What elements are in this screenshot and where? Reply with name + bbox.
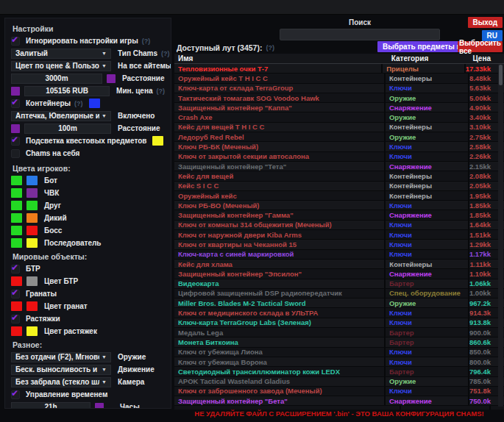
table-row[interactable]: Ледоруб Red RebelОружие2.75kk xyxy=(174,132,504,142)
grenade-color-swatch-2[interactable] xyxy=(26,301,38,311)
table-row[interactable]: Защищенный контейнер "Бета"Снаряжение750… xyxy=(174,396,504,406)
table-row[interactable]: Ключ-карта TerraGroup Labs (Зеленая)Ключ… xyxy=(174,318,504,328)
scrollbar-thumb[interactable] xyxy=(499,65,503,85)
containers-color-swatch[interactable] xyxy=(89,99,100,108)
table-row[interactable]: Защищенный контейнер "Каппа"Снаряжение4.… xyxy=(174,103,504,112)
quest-highlight-row[interactable]: ✔ Подсветка квестовых предметов xyxy=(11,135,165,147)
hours-input[interactable]: 21h xyxy=(11,402,90,410)
checkbox-checked-icon[interactable]: ✔ xyxy=(11,137,20,146)
distance-input[interactable]: 3000m xyxy=(11,74,102,84)
table-row[interactable]: Тактический томагавк SOG Voodoo HawkОруж… xyxy=(174,93,504,103)
table-row[interactable]: Ключ от комнаты 314 общежития (Меченый)К… xyxy=(174,221,504,230)
table-row[interactable]: Монета БиткоинаБартер860.6k xyxy=(174,337,504,347)
table-row[interactable]: Защищенный контейнер "Эпсилон"Снаряжение… xyxy=(174,269,504,279)
player-color-swatch-1[interactable] xyxy=(11,238,22,248)
min-price-input[interactable]: 105156 RUB xyxy=(24,86,110,96)
distance-color-swatch[interactable] xyxy=(107,74,116,83)
all-items-mode-dropdown[interactable]: Цвет по цене & Пользователь▼ xyxy=(11,61,111,71)
table-row[interactable]: Ключ РБ-БК (Меченый)Ключи2.58kk xyxy=(174,142,504,151)
player-color-swatch-2[interactable] xyxy=(26,201,38,210)
checkbox-checked-icon[interactable]: ✔ xyxy=(11,290,20,298)
help-hint[interactable]: (?) xyxy=(266,44,274,51)
checkbox-checked-icon[interactable]: ✔ xyxy=(11,37,20,46)
help-hint[interactable]: (?) xyxy=(142,37,151,45)
table-row[interactable]: Кейс для вещей T H I C CКонтейнеры3.10kk xyxy=(174,123,504,132)
checkbox-checked-icon[interactable]: ✔ xyxy=(11,99,20,108)
table-row[interactable]: Оружейный кейсКонтейнеры1.95kk xyxy=(174,191,504,201)
table-row[interactable]: Кейс для вещейКонтейнеры2.08kk xyxy=(174,171,504,181)
table-row[interactable]: Цифровой защищенный DSP радиопередатчикС… xyxy=(174,289,504,298)
table-row[interactable]: Светодиодный трансиллюминатор кожи LEDXБ… xyxy=(174,367,504,376)
distance2-input[interactable]: 100m xyxy=(24,124,111,134)
table-row[interactable]: Защищенный контейнер "Гамма"Снаряжение1.… xyxy=(174,210,504,220)
table-row[interactable]: Miller Bros. Blades M-2 Tactical SwordОр… xyxy=(174,298,504,308)
hours-color-swatch[interactable] xyxy=(95,403,104,410)
player-color-swatch-1[interactable] xyxy=(11,188,22,198)
checkbox-checked-icon[interactable]: ✔ xyxy=(11,265,20,273)
window-title-bar[interactable] xyxy=(0,0,504,15)
search-input[interactable] xyxy=(280,29,440,40)
player-color-swatch-1[interactable] xyxy=(11,226,22,235)
btr-color-swatch-1[interactable] xyxy=(11,276,22,286)
table-row[interactable]: Crash AxeОружие3.40kk xyxy=(174,112,504,122)
table-scrollbar[interactable] xyxy=(498,64,503,407)
table-row[interactable]: Защищенный контейнер "Тета"Снаряжение2.1… xyxy=(174,162,504,171)
distance2-color-swatch[interactable] xyxy=(11,124,20,133)
table-row[interactable]: Ключ от убежища ЛионаКлючи850.0k xyxy=(174,348,504,357)
chams-type-dropdown[interactable]: Залитый▼ xyxy=(11,49,111,59)
tripwires-row[interactable]: ✔ Растяжки xyxy=(11,312,165,325)
table-row[interactable]: Ключ-карта с синей маркировкойКлючи1.17k… xyxy=(174,250,504,260)
quest-highlight-color-swatch[interactable] xyxy=(152,136,163,146)
player-color-swatch-1[interactable] xyxy=(11,176,22,185)
tripwire-color-swatch-2[interactable] xyxy=(26,326,38,336)
player-color-swatch-2[interactable] xyxy=(26,176,38,185)
table-row[interactable]: Ключ от квартиры на Чеканной 15Ключи1.29… xyxy=(174,240,504,249)
table-row[interactable]: Ключ от убежища ВоронаКлючи800.0k xyxy=(174,357,504,367)
time-control-row[interactable]: ✔ Управление временем xyxy=(11,388,165,401)
included-categories-dropdown[interactable]: Аптечка, Ювелирные и...▼ xyxy=(11,111,111,121)
help-hint[interactable]: (?) xyxy=(157,87,166,95)
grenades-label: Гранаты xyxy=(26,290,57,298)
btr-row[interactable]: ✔ БТР xyxy=(11,262,165,275)
table-row[interactable]: Кейс для хламаКонтейнеры1.11kk xyxy=(174,260,504,269)
table-row[interactable]: Ключ от наружной двери Kiba ArmsКлючи1.5… xyxy=(174,230,504,240)
table-row[interactable]: APOK Tactical Wasteland GladiusОружие785… xyxy=(174,377,504,387)
tripwire-color-swatch-1[interactable] xyxy=(11,326,22,336)
table-row[interactable]: Ключ от закрытой секции автосалонаКлючи2… xyxy=(174,152,504,162)
help-hint[interactable]: (?) xyxy=(74,100,83,107)
camera-dropdown[interactable]: Без забрала (стекло шлема)▼ xyxy=(11,377,111,387)
chams-self-row[interactable]: Chams на себя xyxy=(11,147,165,160)
drop-all-button[interactable]: Выбросить все xyxy=(458,41,503,52)
table-row[interactable]: ВидеокартаБартер1.06kk xyxy=(174,279,504,289)
header-name[interactable]: Имя xyxy=(174,54,388,62)
checkbox-checked-icon[interactable]: ✔ xyxy=(11,315,20,323)
grenade-color-swatch-1[interactable] xyxy=(11,301,22,311)
ignore-game-settings-row[interactable]: ✔ Игнорировать настройки игры (?) xyxy=(11,35,165,47)
checkbox-unchecked-icon[interactable] xyxy=(11,149,20,158)
checkbox-checked-icon[interactable]: ✔ xyxy=(11,390,20,399)
containers-row[interactable]: ✔ Контейнеры (?) xyxy=(11,97,165,110)
weapon-dropdown[interactable]: Без отдачи (F2), Мгновенное п▼ xyxy=(11,352,111,362)
movement-dropdown[interactable]: Беск. выносливость и нет уста▼ xyxy=(11,365,111,375)
player-color-swatch-2[interactable] xyxy=(26,213,38,223)
grenades-row[interactable]: ✔ Гранаты xyxy=(11,287,165,300)
table-row[interactable]: Тепловизионные очки Т-7Прицелы17.33kk xyxy=(174,64,504,74)
header-price[interactable]: Цена xyxy=(472,54,504,63)
table-row[interactable]: Кейс S I C CКонтейнеры2.05kk xyxy=(174,182,504,191)
table-row[interactable]: Медаль LegaБартер900.0k xyxy=(174,328,504,337)
exit-button[interactable]: Выход xyxy=(468,17,503,28)
header-category[interactable]: Категория xyxy=(388,54,473,63)
btr-color-swatch-2[interactable] xyxy=(26,276,38,286)
table-row[interactable]: Ключ от заброшенного завода (Меченый)Клю… xyxy=(174,387,504,396)
min-price-color-swatch[interactable] xyxy=(11,87,20,96)
player-color-swatch-2[interactable] xyxy=(26,238,38,248)
player-color-swatch-2[interactable] xyxy=(26,188,38,198)
player-color-swatch-1[interactable] xyxy=(11,213,22,223)
table-row[interactable]: Ключ от медицинского склада в УЛЬТРАКлюч… xyxy=(174,308,504,318)
table-row[interactable]: Оружейный кейс T H I C CКонтейнеры8.48kk xyxy=(174,74,504,83)
table-row[interactable]: Ключ РБ-ВО (Меченый)Ключи1.85kk xyxy=(174,201,504,210)
table-row[interactable]: Ключ-карта от склада TerraGroupКлючи5.63… xyxy=(174,84,504,93)
player-color-swatch-1[interactable] xyxy=(11,201,22,210)
player-color-swatch-2[interactable] xyxy=(26,226,38,235)
help-hint[interactable]: (?) xyxy=(161,50,170,57)
